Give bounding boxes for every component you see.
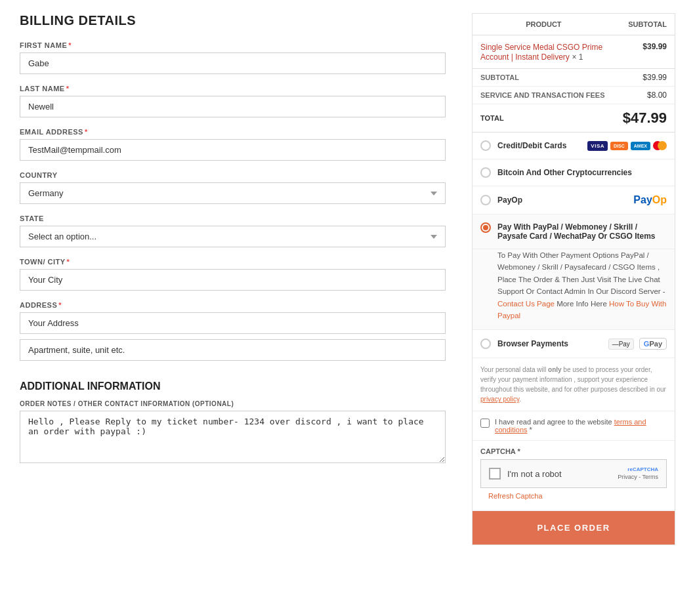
contact-us-link[interactable]: Contact Us Page	[497, 300, 555, 308]
address-group: ADDRESS*	[20, 301, 446, 361]
first-name-group: FIRST NAME*	[20, 41, 446, 74]
fees-value: $8.00	[615, 87, 675, 104]
crypto-radio[interactable]	[480, 167, 491, 178]
crypto-label: Bitcoin And Other Cryptocurrencies	[497, 168, 667, 177]
terms-link[interactable]: terms and conditions	[495, 418, 646, 434]
privacy-text: Your personal data will only be used to …	[473, 358, 675, 411]
paypal-label: Pay With PayPal / Webmoney / Skrill / Pa…	[497, 222, 667, 241]
captcha-checkbox[interactable]	[489, 468, 501, 480]
credit-radio[interactable]	[480, 140, 491, 151]
billing-title: BILLING DETAILS	[20, 13, 446, 28]
order-summary-box: PRODUCT SUBTOTAL Single Service Medal CS…	[472, 13, 675, 545]
terms-row: I have read and agree to the website ter…	[473, 411, 675, 441]
browser-pay-icon: ―Pay	[608, 339, 634, 350]
total-label: TOTAL	[473, 104, 615, 133]
product-header: PRODUCT	[473, 14, 615, 35]
payment-options: Credit/Debit Cards VISA DISC AMEX Bit	[473, 133, 675, 358]
fees-row: SERVICE AND TRANSACTION FEES $8.00	[473, 87, 675, 104]
first-name-label: FIRST NAME*	[20, 41, 446, 49]
fees-label: SERVICE AND TRANSACTION FEES	[473, 87, 615, 104]
captcha-section: CAPTCHA * I'm not a robot reCAPTCHA Priv…	[473, 441, 675, 511]
place-order-button[interactable]: PLACE ORDER	[473, 511, 675, 544]
address2-input[interactable]	[20, 339, 446, 361]
subtotal-row: SUBTOTAL $39.99	[473, 69, 675, 87]
mastercard-icon	[653, 141, 667, 150]
email-label: EMAIL ADDRESS*	[20, 128, 446, 136]
table-row: Single Service Medal CSGO Prime Account …	[473, 35, 675, 69]
email-group: EMAIL ADDRESS*	[20, 128, 446, 161]
total-row: TOTAL $47.99	[473, 104, 675, 133]
payment-option-credit[interactable]: Credit/Debit Cards VISA DISC AMEX	[473, 133, 675, 159]
order-table: PRODUCT SUBTOTAL Single Service Medal CS…	[473, 14, 675, 133]
state-select[interactable]: Select an option...	[20, 226, 446, 247]
captcha-text: I'm not a robot	[507, 469, 562, 479]
privacy-policy-link[interactable]: privacy policy	[480, 396, 519, 403]
billing-section: BILLING DETAILS FIRST NAME* LAST NAME* E…	[20, 13, 446, 545]
paypal-description: To Pay With Other Payment Options PayPal…	[497, 249, 667, 321]
terms-label: I have read and agree to the website ter…	[495, 418, 667, 434]
last-name-group: LAST NAME*	[20, 85, 446, 117]
state-group: STATE Select an option...	[20, 215, 446, 247]
subtotal-value: $39.99	[615, 69, 675, 87]
terms-checkbox[interactable]	[480, 419, 490, 428]
captcha-box[interactable]: I'm not a robot reCAPTCHA Privacy - Term…	[480, 459, 667, 488]
refresh-captcha-link[interactable]: Refresh Captcha	[480, 488, 667, 504]
address-input[interactable]	[20, 312, 446, 334]
total-value: $47.99	[615, 104, 675, 133]
address-label: ADDRESS*	[20, 301, 446, 309]
state-label: STATE	[20, 215, 446, 222]
amex-icon: AMEX	[631, 142, 650, 150]
last-name-input[interactable]	[20, 96, 446, 117]
payment-option-paypal[interactable]: Pay With PayPal / Webmoney / Skrill / Pa…	[473, 215, 675, 249]
town-group: TOWN/ CITY*	[20, 258, 446, 291]
first-name-input[interactable]	[20, 52, 446, 74]
recaptcha-logo: reCAPTCHA Privacy - Terms	[618, 466, 658, 481]
payment-option-browser[interactable]: Browser Payments ―Pay GPay	[473, 330, 675, 358]
town-label: TOWN/ CITY*	[20, 258, 446, 266]
product-name: Single Service Medal CSGO Prime Account …	[480, 43, 602, 62]
subtotal-label: SUBTOTAL	[473, 69, 615, 87]
order-notes-textarea[interactable]: Hello , Please Reply to my ticket number…	[20, 411, 446, 463]
browser-radio[interactable]	[480, 339, 491, 349]
paypal-expanded-content: To Pay With Other Payment Options PayPal…	[473, 249, 675, 330]
captcha-label: CAPTCHA *	[480, 447, 667, 455]
payop-logo: PayOp	[633, 194, 667, 206]
credit-label: Credit/Debit Cards	[497, 141, 581, 150]
country-select[interactable]: Germany	[20, 182, 446, 204]
order-notes-label: ORDER NOTES / OTHER CONTACT INFORMATION …	[20, 400, 446, 407]
payop-radio[interactable]	[480, 195, 491, 205]
payop-label: PayOp	[497, 195, 627, 205]
additional-section: ADDITIONAL INFORMATION ORDER NOTES / OTH…	[20, 380, 446, 465]
credit-card-icons: VISA DISC AMEX	[587, 141, 667, 151]
browser-payment-icons: ―Pay GPay	[608, 338, 667, 350]
payment-option-payop[interactable]: PayOp PayOp	[473, 186, 675, 215]
country-label: COUNTRY	[20, 171, 446, 179]
product-price: $39.99	[615, 35, 675, 69]
subtotal-header: SUBTOTAL	[615, 14, 675, 35]
email-input[interactable]	[20, 139, 446, 161]
town-input[interactable]	[20, 269, 446, 291]
payment-option-crypto[interactable]: Bitcoin And Other Cryptocurrencies	[473, 159, 675, 186]
visa-icon: VISA	[587, 141, 608, 151]
browser-label: Browser Payments	[497, 339, 602, 348]
discover-icon: DISC	[610, 142, 628, 150]
gpay-icon: GPay	[639, 338, 667, 350]
product-qty: × 1	[572, 52, 583, 62]
order-summary-panel: PRODUCT SUBTOTAL Single Service Medal CS…	[472, 13, 675, 545]
additional-title: ADDITIONAL INFORMATION	[20, 380, 446, 392]
last-name-label: LAST NAME*	[20, 85, 446, 92]
country-group: COUNTRY Germany	[20, 171, 446, 204]
paypal-radio[interactable]	[480, 222, 491, 233]
